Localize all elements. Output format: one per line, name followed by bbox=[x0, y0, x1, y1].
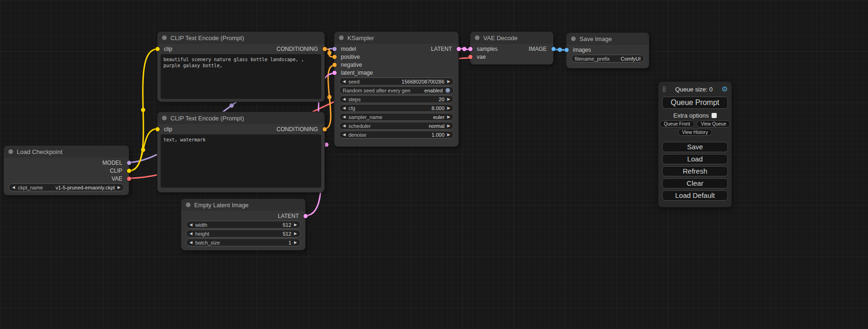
samples-input-dot[interactable] bbox=[468, 47, 473, 51]
widget-name: denoise bbox=[348, 132, 367, 138]
node-title-bar[interactable]: KSampler bbox=[334, 32, 459, 44]
next-value-arrow-icon[interactable]: ▶ bbox=[447, 124, 450, 128]
slot-label: CONDITIONING bbox=[276, 46, 318, 52]
collapse-toggle-icon[interactable] bbox=[162, 116, 167, 120]
widget-value: ComfyUI bbox=[621, 56, 641, 62]
vae-input-dot[interactable] bbox=[468, 55, 473, 59]
toggle-knob-icon[interactable] bbox=[445, 88, 450, 93]
node-title-bar[interactable]: Save Image bbox=[566, 33, 649, 45]
next-value-arrow-icon[interactable]: ▶ bbox=[447, 79, 450, 84]
next-value-arrow-icon[interactable]: ▶ bbox=[294, 231, 297, 236]
next-value-arrow-icon[interactable]: ▶ bbox=[447, 115, 450, 119]
node-ksampler[interactable]: KSampler model LATENT positive negative … bbox=[334, 32, 459, 147]
refresh-button[interactable]: Refresh bbox=[662, 166, 728, 176]
widget-width[interactable]: ◀ width 512 ▶ bbox=[186, 221, 301, 229]
widget-steps[interactable]: ◀ steps 20 ▶ bbox=[339, 95, 454, 103]
next-value-arrow-icon[interactable]: ▶ bbox=[118, 185, 120, 189]
queue-front-button[interactable]: Queue Front bbox=[660, 120, 694, 127]
clip-output-dot[interactable] bbox=[127, 168, 131, 173]
widget-name: batch_size bbox=[195, 240, 220, 245]
widget-filename-prefix[interactable]: filename_prefix ComfyUI bbox=[571, 55, 644, 63]
queue-prompt-button[interactable]: Queue Prompt bbox=[662, 97, 728, 109]
load-default-button[interactable]: Load Default bbox=[662, 190, 728, 201]
widget-cfg[interactable]: ◀ cfg 8.000 ▶ bbox=[339, 104, 454, 112]
node-empty-latent-image[interactable]: Empty Latent Image LATENT ◀ width 512 ▶ … bbox=[181, 199, 305, 250]
model-output-dot[interactable] bbox=[127, 161, 131, 165]
widget-value: enabled bbox=[424, 88, 443, 93]
conditioning-output-dot[interactable] bbox=[323, 47, 327, 51]
prev-value-arrow-icon[interactable]: ◀ bbox=[343, 97, 346, 101]
latent-output-dot[interactable] bbox=[303, 214, 308, 218]
widget-denoise[interactable]: ◀ denoise 1.000 ▶ bbox=[339, 131, 454, 139]
load-button[interactable]: Load bbox=[662, 154, 728, 164]
output-slot-model: MODEL bbox=[4, 159, 129, 167]
node-title-bar[interactable]: VAE Decode bbox=[470, 32, 553, 44]
view-history-button[interactable]: View History bbox=[678, 129, 712, 136]
node-title-bar[interactable]: CLIP Text Encode (Prompt) bbox=[157, 112, 325, 124]
slot-label: VAE bbox=[112, 175, 122, 182]
node-graph-canvas[interactable]: Load Checkpoint MODEL CLIP VAE ◀ ckpt_na… bbox=[0, 0, 868, 329]
drag-handle-icon[interactable]: ⣿ bbox=[662, 86, 666, 92]
next-value-arrow-icon[interactable]: ▶ bbox=[447, 106, 450, 110]
vae-output-dot[interactable] bbox=[127, 176, 131, 181]
collapse-toggle-icon[interactable] bbox=[339, 35, 344, 40]
slot-label: positive bbox=[341, 54, 360, 60]
prev-value-arrow-icon[interactable]: ◀ bbox=[190, 223, 192, 227]
node-title-bar[interactable]: Empty Latent Image bbox=[181, 199, 305, 211]
prev-value-arrow-icon[interactable]: ◀ bbox=[190, 231, 192, 236]
node-vae-decode[interactable]: VAE Decode samples IMAGE vae bbox=[470, 32, 553, 64]
node-clip-text-encode-positive[interactable]: CLIP Text Encode (Prompt) clip CONDITION… bbox=[157, 32, 325, 102]
node-title: Empty Latent Image bbox=[194, 202, 248, 209]
node-save-image[interactable]: Save Image images filename_prefix ComfyU… bbox=[566, 33, 649, 68]
node-clip-text-encode-negative[interactable]: CLIP Text Encode (Prompt) clip CONDITION… bbox=[157, 112, 325, 192]
conditioning-output-dot[interactable] bbox=[323, 127, 327, 131]
prev-value-arrow-icon[interactable]: ◀ bbox=[343, 124, 346, 128]
negative-input-dot[interactable] bbox=[332, 63, 337, 67]
positive-prompt-textarea[interactable]: beautiful scenery nature glass bottle la… bbox=[161, 54, 321, 99]
node-title-bar[interactable]: CLIP Text Encode (Prompt) bbox=[157, 32, 325, 44]
widget-sampler-name[interactable]: ◀ sampler_name euler ▶ bbox=[339, 113, 454, 121]
widget-seed[interactable]: ◀ seed 156680208700286 ▶ bbox=[339, 77, 454, 85]
next-value-arrow-icon[interactable]: ▶ bbox=[294, 240, 297, 245]
collapse-toggle-icon[interactable] bbox=[475, 35, 480, 40]
latent-output-dot[interactable] bbox=[457, 47, 461, 51]
prev-value-arrow-icon[interactable]: ◀ bbox=[343, 79, 346, 84]
comfy-menu-panel[interactable]: ⣿ Queue size: 0 ⚙ Queue Prompt Extra opt… bbox=[658, 82, 732, 207]
node-load-checkpoint[interactable]: Load Checkpoint MODEL CLIP VAE ◀ ckpt_na… bbox=[4, 146, 129, 195]
collapse-toggle-icon[interactable] bbox=[8, 149, 13, 154]
prev-value-arrow-icon[interactable]: ◀ bbox=[190, 240, 192, 245]
widget-name: scheduler bbox=[348, 123, 371, 129]
clip-input-dot[interactable] bbox=[155, 127, 160, 131]
prev-value-arrow-icon[interactable]: ◀ bbox=[12, 185, 15, 189]
collapse-toggle-icon[interactable] bbox=[186, 203, 191, 207]
view-queue-button[interactable]: View Queue bbox=[697, 120, 730, 127]
negative-prompt-textarea[interactable]: text, watermark bbox=[161, 134, 321, 188]
next-value-arrow-icon[interactable]: ▶ bbox=[447, 97, 450, 101]
save-button[interactable]: Save bbox=[662, 142, 728, 152]
collapse-toggle-icon[interactable] bbox=[162, 35, 167, 40]
prev-value-arrow-icon[interactable]: ◀ bbox=[343, 115, 346, 119]
images-input-dot[interactable] bbox=[565, 48, 569, 52]
next-value-arrow-icon[interactable]: ▶ bbox=[447, 133, 450, 137]
node-title-bar[interactable]: Load Checkpoint bbox=[4, 146, 129, 158]
next-value-arrow-icon[interactable]: ▶ bbox=[294, 223, 297, 227]
collapse-toggle-icon[interactable] bbox=[571, 36, 576, 41]
widget-batch-size[interactable]: ◀ batch_size 1 ▶ bbox=[186, 238, 301, 246]
prev-value-arrow-icon[interactable]: ◀ bbox=[343, 133, 346, 137]
latent-image-input-dot[interactable] bbox=[332, 70, 337, 75]
widget-value: 1 bbox=[289, 240, 291, 245]
widget-random-seed-toggle[interactable]: Random seed after every gen enabled bbox=[339, 86, 454, 94]
extra-options-checkbox[interactable] bbox=[712, 113, 717, 118]
positive-input-dot[interactable] bbox=[332, 55, 337, 59]
prev-value-arrow-icon[interactable]: ◀ bbox=[343, 106, 346, 110]
image-output-dot[interactable] bbox=[551, 47, 556, 51]
slot-label: LATENT bbox=[431, 46, 452, 52]
widget-scheduler[interactable]: ◀ scheduler normal ▶ bbox=[339, 122, 454, 130]
clip-input-dot[interactable] bbox=[155, 47, 160, 51]
widget-ckpt-name[interactable]: ◀ ckpt_name v1-5-pruned-emaonly.ckpt ▶ bbox=[8, 183, 124, 191]
model-input-dot[interactable] bbox=[332, 47, 337, 51]
widget-height[interactable]: ◀ height 512 ▶ bbox=[186, 230, 301, 238]
clear-button[interactable]: Clear bbox=[662, 178, 728, 189]
widget-name: height bbox=[195, 231, 209, 237]
settings-gear-icon[interactable]: ⚙ bbox=[722, 85, 728, 93]
